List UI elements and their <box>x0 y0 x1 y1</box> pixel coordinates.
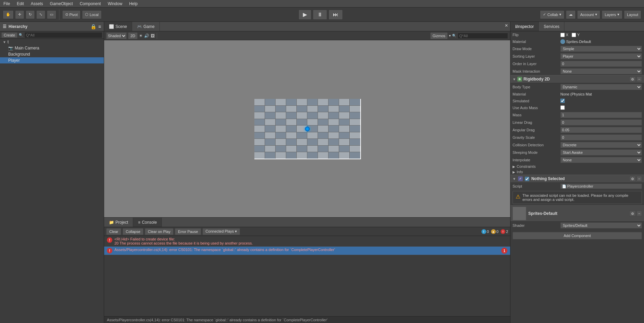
gizmos-button[interactable]: Gizmos <box>430 32 448 39</box>
rigidbody2d-arrow: ▼ <box>513 77 516 81</box>
tab-services[interactable]: Services <box>539 22 564 31</box>
nothing-selected-settings-btn[interactable]: ⚙ <box>629 176 636 181</box>
rigidbody2d-settings-btn[interactable]: ⚙ <box>629 76 636 82</box>
draw-mode-select[interactable]: Simple <box>560 46 642 52</box>
error-pause-button[interactable]: Error Pause <box>175 228 201 235</box>
collision-detection-select[interactable]: Discrete <box>560 142 642 148</box>
scene-right-toolbar: Gizmos ▾ 🔍 <box>430 32 508 39</box>
search-icon: 🔍 <box>19 33 23 37</box>
rotate-tool[interactable]: ↻ <box>26 10 35 19</box>
account-label: Account <box>580 13 594 17</box>
rigidbody2d-toggle-btn[interactable]: − <box>636 76 642 82</box>
interpolate-select[interactable]: None <box>560 157 642 163</box>
sorting-layer-select[interactable]: Player <box>560 53 642 59</box>
hierarchy-search-input[interactable] <box>24 32 102 38</box>
cloud-button[interactable]: ☁ <box>566 10 576 19</box>
separator-1 <box>59 10 59 20</box>
mask-interaction-select[interactable]: None <box>560 68 642 74</box>
hierarchy-create-button[interactable]: Create <box>1 32 17 38</box>
tab-project[interactable]: 📁 Project <box>104 218 133 227</box>
account-button[interactable]: Account ▾ <box>577 10 600 19</box>
hierarchy-lock[interactable]: 🔒 <box>90 24 96 29</box>
scale-tool[interactable]: ⤡ <box>36 10 45 19</box>
angular-drag-input[interactable] <box>560 127 642 133</box>
gravity-scale-label: Gravity Scale <box>513 135 560 140</box>
scene-search-input[interactable] <box>458 33 508 39</box>
collab-button[interactable]: ✓ Collab ▾ <box>540 10 564 19</box>
rect-tool[interactable]: ▭ <box>47 10 56 19</box>
body-type-select[interactable]: Dynamic <box>560 84 642 90</box>
linear-drag-input[interactable] <box>560 119 642 126</box>
sprites-thumb <box>513 207 526 220</box>
flip-y-checkbox[interactable] <box>572 33 576 37</box>
collapse-button[interactable]: Collapse <box>123 228 143 235</box>
layers-button[interactable]: Layers ▾ <box>602 10 622 19</box>
tab-inspector[interactable]: ℹ Inspector <box>510 22 539 31</box>
simulated-checkbox[interactable] <box>560 99 565 103</box>
gravity-scale-value <box>560 134 642 141</box>
tile <box>265 99 275 105</box>
menu-help[interactable]: Help <box>126 1 141 7</box>
sprites-toggle-btn[interactable]: − <box>636 211 642 216</box>
hand-tool[interactable]: ✋ <box>3 10 14 19</box>
menu-component[interactable]: Component <box>76 1 104 7</box>
log-item-1[interactable]: ! Assets/Playercontroller.cs(4,14): erro… <box>104 247 510 255</box>
gravity-scale-input[interactable] <box>560 134 642 141</box>
tile <box>265 132 275 139</box>
2d-button[interactable]: 2D <box>128 32 138 39</box>
tile <box>318 132 328 139</box>
script-icon: 📄 <box>562 185 566 188</box>
hierarchy-menu[interactable]: ≡ <box>98 24 101 29</box>
tile <box>254 99 265 105</box>
scene-view[interactable] <box>104 40 510 217</box>
warn-badge: ▲ 0 <box>491 229 499 234</box>
hierarchy-item-player[interactable]: Player <box>0 57 104 63</box>
player-object <box>305 127 310 131</box>
menu-assets[interactable]: Assets <box>27 1 46 7</box>
shader-select[interactable]: Sprites/Default <box>560 222 642 229</box>
log-item-0[interactable]: ! <RI.Hid> Failed to create device file:… <box>104 236 510 247</box>
constraints-row[interactable]: ▶ Constraints <box>510 164 644 169</box>
sprites-settings-btn[interactable]: ⚙ <box>629 211 636 216</box>
use-auto-mass-checkbox[interactable] <box>560 105 565 110</box>
menu-window[interactable]: Window <box>104 1 126 7</box>
hierarchy-item-t[interactable]: ▼ t <box>0 39 104 45</box>
hierarchy-item-main-camera[interactable]: 📷 Main Camera <box>0 45 104 51</box>
local-button[interactable]: ⬡ Local <box>82 10 101 19</box>
mask-interaction-value: None <box>560 68 642 74</box>
pivot-button[interactable]: ⊙ Pivot <box>62 10 81 19</box>
nothing-selected-checkbox[interactable] <box>525 177 529 181</box>
order-in-layer-input[interactable] <box>560 61 642 67</box>
info-row[interactable]: ▶ Info <box>510 169 644 175</box>
play-button[interactable]: ▶ <box>298 10 311 20</box>
flip-x-label: X <box>566 33 568 37</box>
clear-button[interactable]: Clear <box>106 228 121 235</box>
sleeping-mode-value: Start Awake <box>560 149 642 156</box>
menu-file[interactable]: File <box>0 1 13 7</box>
hierarchy-item-background[interactable]: Background <box>0 51 104 57</box>
menu-gameobject[interactable]: GameObject <box>46 1 76 7</box>
script-field[interactable]: 📄 Playercontroller <box>560 183 642 189</box>
layout-button[interactable]: Layout <box>624 10 641 19</box>
connected-plays-button[interactable]: Connected Plays ▾ <box>202 228 240 235</box>
mass-input[interactable] <box>560 112 642 118</box>
clear-on-play-button[interactable]: Clear on Play <box>145 228 173 235</box>
sleeping-mode-select[interactable]: Start Awake <box>560 149 642 156</box>
menu-edit[interactable]: Edit <box>13 1 27 7</box>
rigidbody2d-header[interactable]: ▼ ⚙ Rigidbody 2D ⚙ − <box>510 75 644 83</box>
scene-close-icon[interactable]: ✕ <box>503 22 510 31</box>
flip-x-checkbox[interactable] <box>560 33 565 37</box>
tab-console[interactable]: ≡ Console <box>133 218 162 227</box>
tab-scene[interactable]: ⬜ Scene <box>104 22 132 31</box>
console-icon: ≡ <box>138 220 140 225</box>
nothing-selected-toggle-btn[interactable]: − <box>636 176 642 181</box>
add-component-button[interactable]: Add Component <box>513 232 642 239</box>
nothing-selected-header[interactable]: ▼ ✓ Nothing Selected ⚙ − <box>510 175 644 183</box>
sprites-default-header[interactable]: Sprites-Default ⚙ − <box>510 205 644 222</box>
tab-game[interactable]: 🎮 Game <box>132 22 160 31</box>
move-tool[interactable]: ✛ <box>15 10 24 19</box>
simulated-label: Simulated <box>513 99 560 103</box>
pause-button[interactable]: ⏸ <box>313 10 327 20</box>
step-button[interactable]: ⏭ <box>328 10 343 20</box>
shading-select[interactable]: Shaded <box>106 32 127 39</box>
